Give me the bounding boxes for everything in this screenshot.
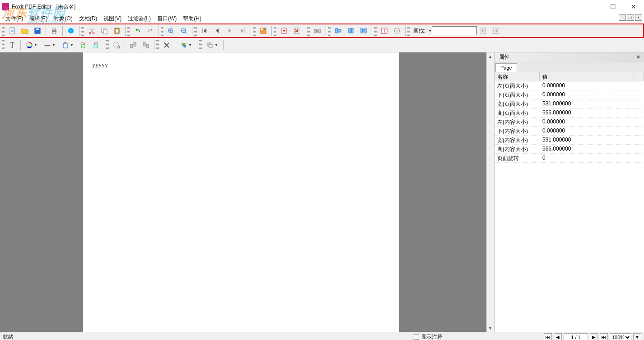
ungroup-button[interactable] <box>140 40 151 51</box>
zoom-out-button[interactable] <box>178 25 189 36</box>
align-center-button[interactable] <box>345 25 356 36</box>
rotate-right-button[interactable] <box>90 40 101 51</box>
mdi-restore-button[interactable]: ❐ <box>627 14 634 21</box>
page-indicator[interactable]: 1 / 1 <box>564 333 588 340</box>
shape-tool-button[interactable]: ▼ <box>178 40 194 51</box>
rotate-doc-button[interactable]: ▼ <box>60 40 76 51</box>
property-row[interactable]: 左(页面大小)0.000000 <box>495 81 644 90</box>
zoom-dropdown-button[interactable]: ▼ <box>633 333 641 340</box>
remove-tool-button[interactable] <box>161 40 172 51</box>
paste-button[interactable] <box>112 25 122 36</box>
scroll-down-button[interactable]: ▼ <box>487 324 494 332</box>
zoom-select[interactable]: 100% <box>610 333 631 340</box>
cut-button[interactable] <box>86 25 97 36</box>
svg-text:i: i <box>70 28 71 33</box>
menu-document[interactable]: 文档(D) <box>76 14 100 24</box>
delete-page-button[interactable] <box>291 25 302 36</box>
zoom-in-button[interactable] <box>166 25 177 36</box>
grid-header-value[interactable]: 值 <box>540 72 634 81</box>
toolbar-grip-8[interactable] <box>307 26 310 36</box>
toolbar2-grip-1[interactable] <box>2 40 5 50</box>
import-pdf-button[interactable] <box>279 25 289 36</box>
text-mode-button[interactable]: T <box>7 40 18 51</box>
menu-file[interactable]: 文件(F) <box>3 14 26 24</box>
property-row[interactable]: 高(页面大小)666.000000 <box>495 109 644 118</box>
arrange-button[interactable]: ▼ <box>204 40 220 51</box>
page-text-content[interactable]: yyyyy <box>92 61 390 69</box>
property-row[interactable]: 下(页面大小)0.000000 <box>495 90 644 99</box>
secondary-toolbar: T ▼ ▼ ▼ ▼ ▼ <box>0 38 644 52</box>
toolbar-grip-5[interactable] <box>194 26 197 36</box>
menu-window[interactable]: 窗口(W) <box>154 14 179 24</box>
print-button[interactable] <box>49 25 60 36</box>
info-button[interactable]: i <box>65 25 76 36</box>
last-page-button[interactable] <box>237 25 248 36</box>
menu-edit[interactable]: 编辑(E) <box>27 14 50 24</box>
align-left-button[interactable] <box>333 25 344 36</box>
menu-object[interactable]: 对象(O) <box>51 14 75 24</box>
status-last-page-button[interactable]: ⏭ <box>600 333 608 340</box>
vertical-scrollbar[interactable]: ▲ ▼ <box>486 52 494 332</box>
open-button[interactable] <box>19 25 30 36</box>
copy-button[interactable] <box>99 25 110 36</box>
toolbar-grip-10[interactable] <box>374 26 377 36</box>
mdi-minimize-button[interactable]: - <box>619 14 626 21</box>
toolbar-grip-9[interactable] <box>328 26 331 36</box>
select-tool-button[interactable] <box>111 40 122 51</box>
property-row[interactable]: 下(内容大小)0.000000 <box>495 127 644 136</box>
properties-close-button[interactable]: ✕ <box>634 53 642 61</box>
maximize-button[interactable]: ☐ <box>602 0 623 14</box>
close-button[interactable]: ✕ <box>623 0 644 14</box>
scroll-up-button[interactable]: ▲ <box>487 52 494 60</box>
svg-rect-25 <box>351 28 353 33</box>
property-row[interactable]: 页面旋转0 <box>495 154 644 163</box>
status-prev-page-button[interactable]: ◀ <box>554 333 562 340</box>
properties-tab-page[interactable]: Page <box>495 63 517 72</box>
find-next-button[interactable] <box>490 25 501 36</box>
new-button[interactable] <box>7 25 18 36</box>
status-first-page-button[interactable]: ⏮ <box>544 333 552 340</box>
toolbar2-grip-2[interactable] <box>106 40 109 50</box>
property-row[interactable]: 宽(页面大小)531.000000 <box>495 99 644 109</box>
toolbar-grip[interactable] <box>2 26 5 36</box>
minimize-button[interactable]: ─ <box>582 0 602 14</box>
toolbar-grip-6[interactable] <box>253 26 256 36</box>
property-row[interactable]: 高(内容大小)666.000000 <box>495 145 644 154</box>
show-comments-checkbox[interactable]: 显示注释 <box>414 333 443 340</box>
search-dropdown-icon[interactable]: ▼ <box>428 29 432 33</box>
toolbar-grip-7[interactable] <box>274 26 276 36</box>
status-next-page-button[interactable]: ▶ <box>590 333 598 340</box>
toolbar-grip-4[interactable] <box>161 26 163 36</box>
text-circle-button[interactable]: T <box>392 25 402 36</box>
pdf-page[interactable]: yyyyy <box>83 52 399 332</box>
menu-help[interactable]: 帮助(H) <box>180 14 204 24</box>
redo-button[interactable] <box>145 25 156 36</box>
search-input[interactable] <box>432 26 477 35</box>
rotate-left-button[interactable] <box>78 40 89 51</box>
keyboard-button[interactable] <box>312 25 323 36</box>
layout-button[interactable] <box>258 25 269 36</box>
prev-page-button[interactable] <box>212 25 223 36</box>
color-picker-button[interactable]: ▼ <box>23 40 40 51</box>
line-weight-button[interactable]: ▼ <box>42 40 58 51</box>
menu-view[interactable]: 视图(V) <box>101 14 124 24</box>
menu-filter[interactable]: 过滤器(L) <box>125 14 154 24</box>
grid-header-name[interactable]: 名称 <box>495 72 540 81</box>
align-distribute-button[interactable] <box>358 25 369 36</box>
window-title: Foxit PDF Editor - [未命名] <box>12 3 75 11</box>
toolbar-grip-3[interactable] <box>127 26 130 36</box>
mdi-close-button[interactable]: × <box>635 14 642 21</box>
property-row[interactable]: 宽(内容大小)531.000000 <box>495 136 644 145</box>
next-page-button[interactable] <box>224 25 235 36</box>
toolbar-grip-2[interactable] <box>81 26 84 36</box>
property-row[interactable]: 左(内容大小)0.000000 <box>495 118 644 127</box>
group-button[interactable] <box>128 40 139 51</box>
toolbar2-grip-4[interactable] <box>199 40 202 50</box>
text-tool-button[interactable]: T <box>379 25 390 36</box>
save-button[interactable] <box>32 25 43 36</box>
first-page-button[interactable] <box>199 25 210 36</box>
toolbar-grip-11[interactable] <box>407 26 410 36</box>
toolbar2-grip-3[interactable] <box>156 40 159 50</box>
undo-button[interactable] <box>132 25 143 36</box>
find-prev-button[interactable] <box>478 25 489 36</box>
